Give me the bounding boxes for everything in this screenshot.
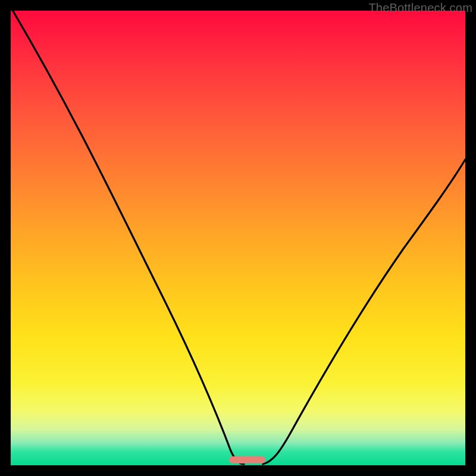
plot-area — [11, 11, 465, 465]
curve-left-branch — [11, 11, 244, 464]
minimum-marker — [229, 456, 265, 464]
curve-right-branch — [263, 159, 465, 464]
chart-frame: TheBottleneck.com — [0, 0, 476, 476]
bottleneck-curve — [11, 11, 465, 465]
